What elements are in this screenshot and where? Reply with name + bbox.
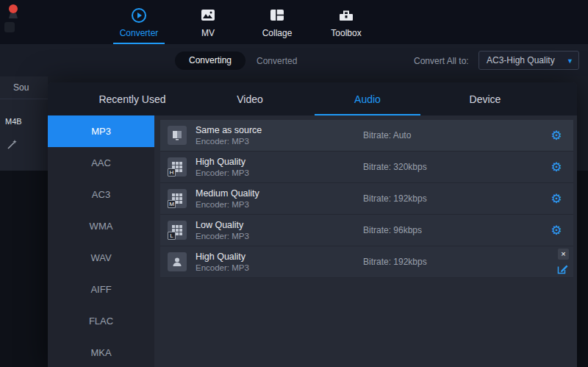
preset-text: Medium Quality Encoder: MP3 bbox=[196, 188, 363, 209]
tab-label: Collage bbox=[262, 28, 293, 38]
chevron-down-icon: ▼ bbox=[567, 52, 573, 70]
preset-encoder: Encoder: MP3 bbox=[196, 200, 363, 209]
preset-row[interactable]: L Low Quality Encoder: MP3 Bitrate: 96kb… bbox=[160, 215, 573, 246]
tab-mv[interactable]: MV bbox=[173, 2, 243, 44]
quality-badge: M bbox=[168, 200, 176, 208]
tab-label: Converter bbox=[120, 28, 159, 38]
app-logo-icon bbox=[7, 4, 19, 20]
tab-converted[interactable]: Converted bbox=[257, 56, 297, 66]
close-icon[interactable]: × bbox=[558, 249, 569, 260]
edit-icon[interactable] bbox=[556, 263, 568, 275]
format-picker-tabs: Recently Used Video Audio Device bbox=[48, 82, 577, 115]
settings-gear-icon[interactable]: ⚙ bbox=[551, 223, 562, 238]
tab-recently-used[interactable]: Recently Used bbox=[74, 82, 191, 115]
converter-icon bbox=[130, 7, 148, 24]
preset-encoder: Encoder: MP3 bbox=[196, 168, 363, 177]
quality-grid-icon: M bbox=[168, 189, 187, 208]
preset-text: Same as source Encoder: MP3 bbox=[196, 125, 363, 146]
preset-row[interactable]: H High Quality Encoder: MP3 Bitrate: 320… bbox=[160, 152, 573, 183]
tab-audio[interactable]: Audio bbox=[309, 82, 426, 115]
menu-icon[interactable] bbox=[4, 22, 15, 32]
tab-toolbox[interactable]: Toolbox bbox=[312, 2, 381, 44]
sidebar-item-mka[interactable]: MKA bbox=[48, 337, 154, 367]
same-as-source-icon bbox=[168, 126, 187, 145]
preset-text: High Quality Encoder: MP3 bbox=[196, 157, 363, 177]
sub-bar: Converting Converted Convert All to: AC3… bbox=[0, 44, 588, 76]
toolbox-icon bbox=[337, 7, 355, 24]
format-picker-panel: Recently Used Video Audio Device MP3 AAC… bbox=[48, 82, 577, 367]
preset-title: High Quality bbox=[196, 252, 363, 262]
settings-gear-icon[interactable]: ⚙ bbox=[551, 160, 562, 175]
tab-label: MV bbox=[201, 28, 215, 38]
preset-text: Low Quality Encoder: MP3 bbox=[196, 220, 363, 240]
preset-bitrate: Bitrate: 320kbps bbox=[363, 162, 547, 172]
preset-bitrate: Bitrate: 96kbps bbox=[363, 225, 547, 235]
user-profile-icon bbox=[168, 252, 187, 271]
quality-badge: L bbox=[168, 232, 176, 240]
sidebar-item-wav[interactable]: WAV bbox=[48, 242, 154, 274]
top-bar: Converter MV Collage bbox=[0, 0, 588, 44]
tab-converter[interactable]: Converter bbox=[104, 2, 173, 44]
file-format-badge: M4B bbox=[5, 117, 22, 126]
sidebar-item-mp3[interactable]: MP3 bbox=[48, 115, 154, 147]
tab-converting[interactable]: Converting bbox=[175, 51, 245, 70]
settings-gear-icon[interactable]: ⚙ bbox=[551, 128, 562, 143]
preset-encoder: Encoder: MP3 bbox=[196, 263, 363, 272]
preset-bitrate: Bitrate: Auto bbox=[363, 130, 547, 140]
mv-icon bbox=[199, 7, 217, 24]
preset-encoder: Encoder: MP3 bbox=[196, 137, 363, 146]
preset-row[interactable]: Same as source Encoder: MP3 Bitrate: Aut… bbox=[160, 120, 573, 152]
sidebar-item-flac[interactable]: FLAC bbox=[48, 305, 154, 337]
app-window: Converter MV Collage bbox=[0, 0, 588, 367]
sidebar-item-aiff[interactable]: AIFF bbox=[48, 274, 154, 305]
file-list-strip: Sou M4B bbox=[0, 76, 48, 171]
sidebar-item-aac[interactable]: AAC bbox=[48, 147, 154, 179]
convert-all-label: Convert All to: bbox=[414, 56, 469, 66]
preset-bitrate: Bitrate: 192kbps bbox=[363, 193, 547, 204]
tab-video[interactable]: Video bbox=[191, 82, 309, 115]
preset-encoder: Encoder: MP3 bbox=[196, 232, 363, 240]
preset-bitrate: Bitrate: 192kbps bbox=[363, 257, 547, 267]
tab-collage[interactable]: Collage bbox=[243, 2, 312, 44]
magic-wand-icon[interactable] bbox=[7, 138, 18, 150]
preset-list: Same as source Encoder: MP3 Bitrate: Aut… bbox=[154, 115, 577, 367]
quality-grid-icon: L bbox=[168, 221, 187, 240]
collage-icon bbox=[268, 7, 286, 24]
output-format-dropdown[interactable]: AC3-High Quality ▼ bbox=[478, 51, 579, 70]
format-sidebar: MP3 AAC AC3 WMA WAV AIFF FLAC MKA bbox=[48, 115, 154, 367]
preset-row-custom[interactable]: High Quality Encoder: MP3 Bitrate: 192kb… bbox=[160, 246, 573, 278]
tab-device[interactable]: Device bbox=[426, 82, 544, 115]
preset-text: High Quality Encoder: MP3 bbox=[196, 252, 363, 272]
sidebar-item-wma[interactable]: WMA bbox=[48, 210, 154, 242]
preset-title: Medium Quality bbox=[196, 188, 363, 199]
preset-title: High Quality bbox=[196, 157, 363, 167]
tab-label: Toolbox bbox=[331, 28, 361, 38]
preset-title: Low Quality bbox=[196, 220, 363, 230]
main-navigation: Converter MV Collage bbox=[104, 2, 381, 44]
source-column-header: Sou bbox=[0, 76, 48, 99]
dropdown-value: AC3-High Quality bbox=[487, 55, 555, 65]
quality-grid-icon: H bbox=[168, 157, 187, 177]
settings-gear-icon[interactable]: ⚙ bbox=[551, 191, 562, 207]
quality-badge: H bbox=[168, 168, 176, 177]
preset-row[interactable]: M Medium Quality Encoder: MP3 Bitrate: 1… bbox=[160, 183, 573, 215]
sidebar-item-ac3[interactable]: AC3 bbox=[48, 179, 154, 210]
preset-title: Same as source bbox=[196, 125, 363, 135]
